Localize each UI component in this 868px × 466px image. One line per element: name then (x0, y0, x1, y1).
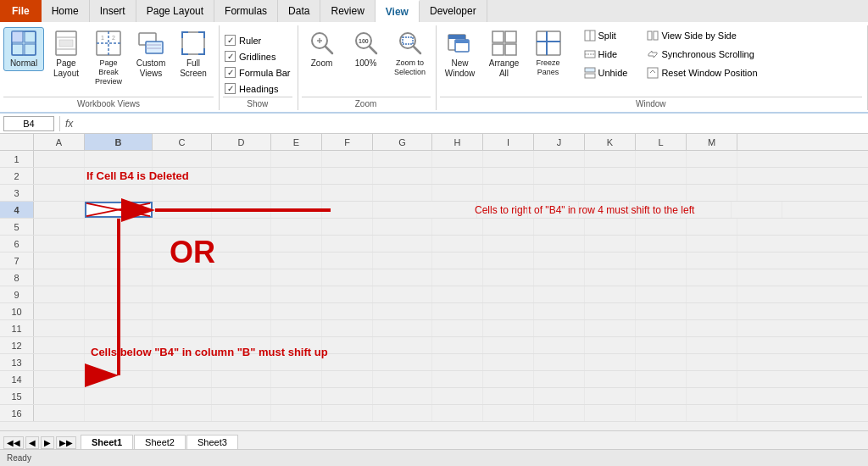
cell-H3[interactable] (432, 185, 483, 201)
sheet-tab-sheet1[interactable]: Sheet1 (81, 435, 133, 449)
cell-J2[interactable] (534, 168, 585, 184)
cell-I4[interactable] (528, 202, 579, 218)
cell-I1[interactable] (483, 151, 534, 167)
sheet-nav-prev[interactable]: ◀ (25, 436, 39, 449)
normal-button[interactable]: Normal (3, 27, 44, 71)
formula-bar-checkbox[interactable]: Formula Bar (223, 66, 292, 79)
cell-J3[interactable] (534, 185, 585, 201)
sheet-tab-sheet3[interactable]: Sheet3 (186, 435, 238, 449)
tab-insert[interactable]: Insert (90, 0, 136, 22)
cell-J1[interactable] (534, 151, 585, 167)
freeze-panes-button[interactable]: Freeze Panes (528, 27, 569, 80)
tab-page-layout[interactable]: Page Layout (136, 0, 214, 22)
row-num-2[interactable]: 2 (0, 168, 34, 184)
formula-input[interactable] (76, 116, 865, 131)
col-header-E[interactable]: E (271, 134, 322, 150)
cell-H4[interactable] (477, 202, 528, 218)
cell-M2[interactable] (687, 168, 737, 184)
col-header-J[interactable]: J (534, 134, 585, 150)
cell-K4[interactable] (630, 202, 681, 218)
col-header-C[interactable]: C (153, 134, 212, 150)
cell-L4[interactable] (681, 202, 732, 218)
col-header-L[interactable]: L (636, 134, 687, 150)
new-window-button[interactable]: New Window (440, 27, 481, 81)
synchronous-scrolling-button[interactable]: Synchronous Scrolling (643, 46, 761, 63)
tab-view[interactable]: View (376, 0, 420, 22)
hide-button[interactable]: Hide (580, 46, 632, 63)
arrange-all-button[interactable]: Arrange All (484, 27, 525, 81)
cell-G4[interactable]: Cells to right of "B4" in row 4 must shi… (373, 202, 477, 218)
page-layout-button[interactable]: Page Layout (46, 27, 86, 81)
cell-reference-box[interactable]: B4 (3, 116, 54, 131)
cell-H2[interactable] (432, 168, 483, 184)
col-header-H[interactable]: H (432, 134, 483, 150)
cell-A3[interactable] (34, 185, 85, 201)
cell-F1[interactable] (322, 151, 373, 167)
cell-F4[interactable] (322, 202, 373, 218)
cell-B4[interactable] (85, 202, 153, 218)
col-header-F[interactable]: F (322, 134, 373, 150)
tab-file[interactable]: File (0, 0, 42, 22)
cell-M3[interactable] (687, 185, 737, 201)
full-screen-button[interactable]: Full Screen (173, 27, 214, 81)
cell-M4[interactable] (732, 202, 782, 218)
cell-C1[interactable] (153, 151, 212, 167)
cell-F2[interactable] (322, 168, 373, 184)
cell-A2[interactable] (34, 168, 85, 184)
col-header-K[interactable]: K (585, 134, 636, 150)
tab-home[interactable]: Home (42, 0, 90, 22)
sheet-nav-first[interactable]: ◀◀ (3, 436, 24, 449)
cell-B1[interactable] (85, 151, 153, 167)
cell-L1[interactable] (636, 151, 687, 167)
col-header-I[interactable]: I (483, 134, 534, 150)
tab-review[interactable]: Review (320, 0, 375, 22)
cell-D4[interactable] (212, 202, 271, 218)
col-header-B[interactable]: B (85, 134, 153, 150)
cell-C3[interactable] (153, 185, 212, 201)
custom-views-button[interactable]: Custom Views (131, 27, 171, 81)
cell-A4[interactable] (34, 202, 85, 218)
col-header-A[interactable]: A (34, 134, 85, 150)
cell-E3[interactable] (271, 185, 322, 201)
tab-formulas[interactable]: Formulas (214, 0, 278, 22)
cell-D1[interactable] (212, 151, 271, 167)
zoom-button[interactable]: Zoom (302, 27, 342, 71)
unhide-button[interactable]: Unhide (580, 64, 632, 81)
cell-H1[interactable] (432, 151, 483, 167)
cell-A1[interactable] (34, 151, 85, 167)
sheet-nav-next[interactable]: ▶ (41, 436, 54, 449)
cell-I3[interactable] (483, 185, 534, 201)
row-num-3[interactable]: 3 (0, 185, 34, 201)
cell-E4[interactable] (271, 202, 322, 218)
cell-E2[interactable] (271, 168, 322, 184)
cell-B3[interactable] (85, 185, 153, 201)
col-header-M[interactable]: M (687, 134, 737, 150)
col-header-D[interactable]: D (212, 134, 271, 150)
cell-L2[interactable] (636, 168, 687, 184)
page-break-preview-button[interactable]: 1 2 Page Break Preview (88, 27, 129, 88)
cell-G3[interactable] (373, 185, 432, 201)
cell-G2[interactable] (373, 168, 432, 184)
split-button[interactable]: Split (580, 27, 632, 44)
sheet-tab-sheet2[interactable]: Sheet2 (134, 435, 186, 449)
gridlines-checkbox[interactable]: Gridlines (223, 50, 277, 63)
cell-D2[interactable] (212, 168, 271, 184)
cell-K2[interactable] (585, 168, 636, 184)
cell-K1[interactable] (585, 151, 636, 167)
sheet-nav-last[interactable]: ▶▶ (56, 436, 76, 449)
cell-K3[interactable] (585, 185, 636, 201)
cell-I2[interactable] (483, 168, 534, 184)
cell-D3[interactable] (212, 185, 271, 201)
headings-checkbox[interactable]: Headings (223, 82, 280, 95)
col-header-G[interactable]: G (373, 134, 432, 150)
cell-B2[interactable]: If Cell B4 is Deleted (85, 168, 153, 184)
cell-J4[interactable] (579, 202, 630, 218)
cell-C4[interactable] (153, 202, 212, 218)
cell-M1[interactable] (687, 151, 737, 167)
cell-C2[interactable] (153, 168, 212, 184)
cell-G1[interactable] (373, 151, 432, 167)
ruler-checkbox[interactable]: Ruler (223, 34, 263, 47)
zoom-100-button[interactable]: 100 100% (346, 27, 387, 71)
cell-L3[interactable] (636, 185, 687, 201)
tab-data[interactable]: Data (278, 0, 320, 22)
